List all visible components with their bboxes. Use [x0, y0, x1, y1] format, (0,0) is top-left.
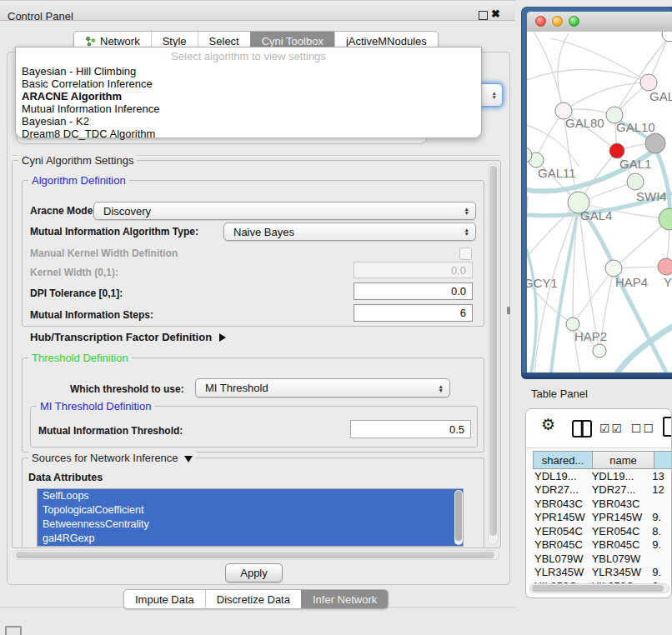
sources-group-title[interactable]: Sources for Network Inference	[28, 452, 196, 464]
cell: YBR043C	[533, 498, 590, 510]
node-label-gal11: GAL11	[538, 166, 576, 180]
table-row[interactable]: YDR27...YDR27...12	[533, 483, 672, 498]
tab-infer-network[interactable]: Infer Network	[301, 590, 388, 608]
combo-arrows-icon: ▲▼	[464, 228, 469, 236]
dpi-tolerance-field[interactable]: 0.0	[354, 282, 473, 300]
network-canvas[interactable]: GALGAL80GAL10GAL11GAL1SWI4GAL4GCY1HAP4YH…	[527, 32, 672, 372]
dpi-tolerance-label: DPI Tolerance [0,1]:	[30, 288, 123, 299]
table-panel-window: ⚙ ☑☑ ☐☐ shared...name YDL19...YDL19...13…	[525, 408, 672, 598]
network-node-gal[interactable]	[640, 74, 657, 91]
table-toolbar: ⚙ ☑☑ ☐☐	[526, 409, 671, 448]
sources-title-text: Sources for Network Inference	[32, 452, 178, 464]
tab-label: Infer Network	[313, 593, 377, 606]
attribute-item-topologicalcoefficient[interactable]: TopologicalCoefficient	[38, 503, 463, 518]
algorithm-definition-title: Algorithm Definition	[28, 174, 129, 187]
cell: YBR045C	[533, 538, 590, 551]
network-edge[interactable]	[558, 33, 569, 111]
apply-button-label: Apply	[240, 567, 268, 579]
collapse-down-icon	[184, 456, 193, 462]
mi-algorithm-type-combobox[interactable]: Naive Bayes ▲▼	[223, 222, 476, 241]
traffic-light-zoom-button[interactable]	[569, 16, 579, 27]
tab-impute-data[interactable]: Impute Data	[124, 590, 205, 608]
network-node[interactable]	[662, 32, 672, 42]
network-node-gal1[interactable]	[627, 173, 644, 190]
aracne-mode-combobox[interactable]: Discovery ▲▼	[93, 202, 476, 220]
column-header-shared[interactable]: shared...	[533, 451, 593, 469]
algorithm-option-bayesian-k2[interactable]: Bayesian - K2	[16, 115, 481, 128]
desktop: { "control_panel": { "title": "Control P…	[0, 0, 672, 635]
cell: YBL079W	[533, 552, 590, 565]
traffic-light-close-button[interactable]	[535, 16, 546, 27]
cell: 13	[649, 470, 672, 482]
settings-horizontal-scrollbar-thumb[interactable]	[16, 552, 494, 558]
hub-transcription-factor-section[interactable]: Hub/Transcription Factor Definition	[30, 331, 226, 343]
network-node[interactable]	[645, 133, 665, 153]
network-graph: GALGAL80GAL10GAL11GAL1SWI4GAL4GCY1HAP4YH…	[527, 32, 672, 372]
network-node[interactable]	[593, 344, 606, 358]
which-threshold-combobox[interactable]: MI Threshold ▲▼	[195, 378, 450, 398]
gear-icon[interactable]: ⚙	[541, 417, 555, 432]
network-edge[interactable]	[564, 82, 649, 111]
cell: YBR043C	[590, 498, 649, 510]
float-window-icon[interactable]	[479, 11, 488, 20]
network-edge[interactable]	[527, 202, 579, 268]
node-label-hap2: HAP2	[574, 329, 607, 343]
column-header-col3[interactable]	[654, 451, 672, 469]
algorithm-option-dream8-dc-tdc-algorithm[interactable]: Dream8 DC_TDC Algorithm	[16, 128, 481, 140]
node-label-hap4: HAP4	[615, 275, 648, 289]
algorithm-option-basic-correlation-inference[interactable]: Basic Correlation Inference	[16, 78, 481, 90]
control-panel-window: Control Panel ✖ NetworkStyleSelectCyni T…	[0, 0, 515, 608]
deselect-all-checkboxes-icon[interactable]: ☐☐	[631, 422, 655, 435]
tab-discretize-data[interactable]: Discretize Data	[205, 590, 301, 608]
attribute-item-betweennesscentrality[interactable]: BetweennessCentrality	[38, 518, 463, 532]
select-all-checkboxes-icon[interactable]: ☑☑	[599, 422, 624, 435]
network-edge[interactable]	[614, 38, 668, 115]
splitpane-handle[interactable]	[507, 307, 510, 314]
control-panel-titlebar: Control Panel	[0, 0, 515, 21]
kernel-width-value: 0.0	[451, 264, 466, 277]
docked-panel-icon[interactable]	[5, 626, 22, 635]
settings-vertical-scrollbar-thumb[interactable]	[489, 166, 497, 536]
table-row[interactable]: YPR145WYPR145W9.	[533, 511, 672, 525]
manual-kernel-width-label: Manual Kernel Width Definition	[30, 248, 178, 259]
attribute-item-selfloops[interactable]: SelfLoops	[38, 489, 463, 503]
combo-arrows-icon: ▲▼	[492, 91, 497, 99]
table-row[interactable]: YDL19...YDL19...13	[533, 469, 672, 483]
file-icon[interactable]	[663, 417, 672, 437]
table-row[interactable]: YER054CYER054C8.	[533, 524, 672, 538]
tab-label: Select	[209, 35, 239, 48]
dpi-tolerance-value: 0.0	[451, 285, 466, 298]
mi-steps-label: Mutual Information Steps:	[30, 309, 153, 321]
table-row[interactable]: YBL079WYBL079W	[533, 552, 672, 566]
apply-button[interactable]: Apply	[225, 563, 283, 582]
mi-steps-field[interactable]: 6	[354, 304, 473, 322]
cell: YPR145W	[533, 511, 590, 523]
table-row[interactable]: YBR043CYBR043C	[533, 497, 672, 511]
network-node-y[interactable]	[658, 258, 672, 275]
manual-kernel-width-checkbox[interactable]	[459, 248, 472, 260]
close-icon[interactable]: ✖	[491, 8, 500, 20]
network-node-hap4[interactable]	[605, 260, 622, 277]
network-edge[interactable]	[550, 38, 649, 82]
traffic-light-minimize-button[interactable]	[552, 16, 563, 27]
cell: YLR345W	[533, 566, 590, 578]
mi-threshold-field[interactable]: 0.5	[350, 420, 471, 438]
attributes-scrollbar-thumb[interactable]	[455, 491, 462, 541]
algorithm-option-mutual-information-inference[interactable]: Mutual Information Inference	[16, 102, 481, 115]
attribute-item-gal4rgexp[interactable]: gal4RGexp	[38, 532, 463, 546]
node-label-gal: GAL	[649, 89, 672, 103]
algorithm-option-aracne-algorithm[interactable]: ARACNE Algorithm	[16, 90, 481, 102]
column-header-name[interactable]: name	[593, 451, 654, 469]
table-row[interactable]: YLR345WYLR345W9.	[533, 566, 672, 580]
cell: 8.	[649, 525, 672, 538]
cyni-bottom-tabbar: Impute DataDiscretize DataInfer Network	[123, 589, 389, 609]
network-edge-thick[interactable]	[527, 250, 536, 372]
network-edge-thick[interactable]	[551, 208, 579, 372]
algorithm-option-bayesian-hill-climbing[interactable]: Bayesian - Hill Climbing	[16, 65, 481, 78]
network-view-titlebar[interactable]	[527, 12, 672, 32]
node-label-gcy1: GCY1	[527, 276, 558, 290]
table-panel-title: Table Panel	[531, 388, 588, 400]
split-columns-icon[interactable]	[572, 420, 592, 438]
table-horizontal-scrollbar-thumb[interactable]	[532, 585, 664, 592]
table-row[interactable]: YBR045CYBR045C9.	[533, 538, 672, 552]
